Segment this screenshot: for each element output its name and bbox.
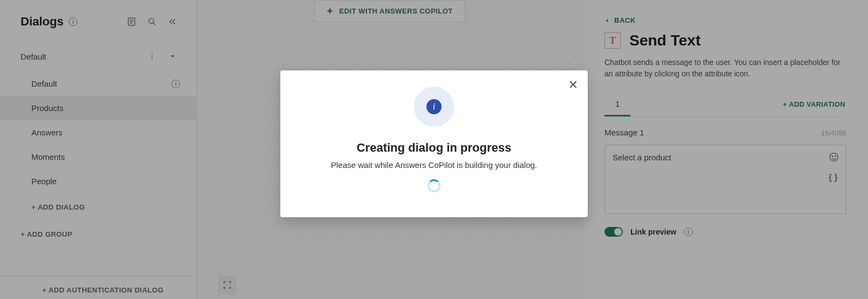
- modal: ✕ i Creating dialog in progress Please w…: [280, 70, 588, 217]
- modal-overlay[interactable]: ✕ i Creating dialog in progress Please w…: [0, 0, 868, 299]
- info-bubble: i: [414, 87, 454, 127]
- close-icon[interactable]: ✕: [568, 78, 578, 92]
- modal-subtitle: Please wait while Answers CoPilot is bui…: [331, 160, 537, 170]
- modal-title: Creating dialog in progress: [357, 141, 511, 155]
- info-icon: i: [426, 99, 442, 114]
- spinner-icon: [428, 179, 440, 192]
